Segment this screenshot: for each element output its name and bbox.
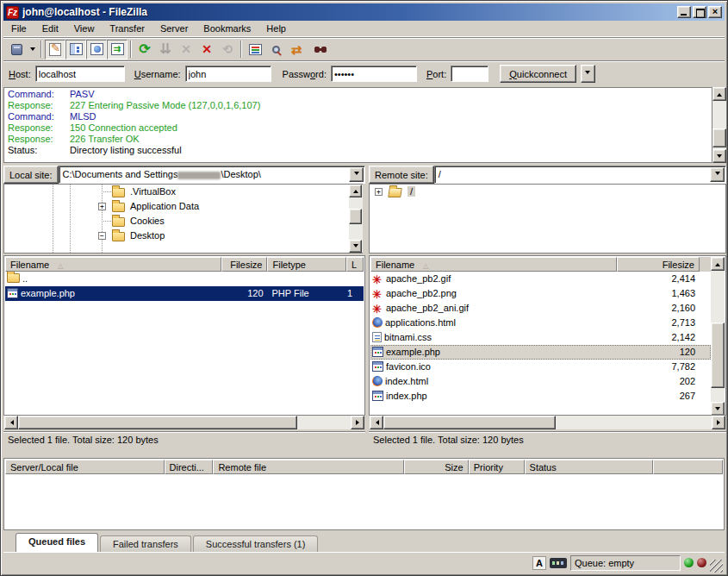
column-header[interactable]: Filename△ bbox=[5, 257, 221, 272]
scroll-thumb[interactable] bbox=[712, 128, 726, 147]
tree-item[interactable]: −Desktop bbox=[4, 229, 362, 243]
title-bar[interactable]: Fz john@localhost - FileZilla × bbox=[3, 3, 725, 21]
file-row[interactable]: .. bbox=[5, 272, 364, 286]
column-header[interactable]: Filename△ bbox=[370, 257, 617, 272]
tree-item[interactable]: .VirtualBox bbox=[4, 185, 362, 199]
toggle-local-tree-icon[interactable] bbox=[65, 40, 86, 59]
refresh-icon[interactable]: ⟳ bbox=[134, 40, 155, 59]
collapse-icon[interactable]: − bbox=[98, 232, 106, 240]
process-queue-icon[interactable]: ⇊ bbox=[155, 40, 176, 59]
file-row[interactable]: favicon.ico7,782 bbox=[370, 360, 711, 374]
local-tree[interactable]: .VirtualBox+Application DataCookies−Desk… bbox=[3, 184, 363, 254]
close-button[interactable]: × bbox=[708, 6, 722, 18]
local-file-list[interactable]: Filename△FilesizeFiletypeL ..example.php… bbox=[3, 255, 365, 416]
column-header[interactable] bbox=[653, 460, 723, 474]
filename-cell: .. bbox=[5, 272, 221, 286]
local-hscrollbar[interactable] bbox=[4, 416, 364, 429]
menu-item-view[interactable]: View bbox=[66, 22, 103, 36]
expand-icon[interactable]: + bbox=[98, 203, 106, 210]
scroll-down-icon[interactable] bbox=[349, 240, 362, 253]
site-manager-dropdown[interactable] bbox=[27, 40, 38, 59]
queue-status-text: Queue: empty bbox=[570, 555, 681, 571]
tree-item[interactable]: +/ bbox=[370, 185, 725, 199]
column-header[interactable]: Directi... bbox=[165, 460, 214, 474]
resize-grip[interactable] bbox=[710, 560, 723, 573]
scroll-up-icon[interactable] bbox=[711, 257, 725, 271]
scroll-up-icon[interactable] bbox=[712, 87, 726, 101]
transfer-queue[interactable]: Server/Local fileDirecti...Remote fileSi… bbox=[3, 458, 725, 530]
scroll-left-icon[interactable] bbox=[370, 416, 383, 429]
tab-failed-transfers[interactable]: Failed transfers bbox=[100, 535, 191, 552]
file-row[interactable]: index.html202 bbox=[370, 374, 711, 389]
compare-icon[interactable] bbox=[265, 40, 286, 59]
scroll-thumb[interactable] bbox=[349, 209, 362, 224]
file-row[interactable]: ✳apache_pb2.gif2,414 bbox=[370, 272, 711, 286]
tree-item[interactable]: Cookies bbox=[4, 214, 362, 229]
local-tree-scrollbar[interactable] bbox=[349, 185, 363, 253]
scroll-right-icon[interactable] bbox=[351, 416, 364, 429]
filter-icon[interactable] bbox=[245, 40, 265, 59]
scroll-down-icon[interactable] bbox=[711, 402, 725, 416]
quickconnect-dropdown[interactable] bbox=[581, 65, 595, 83]
menu-item-transfer[interactable]: Transfer bbox=[102, 22, 152, 36]
file-row[interactable]: example.php120PHP File1 bbox=[5, 286, 364, 301]
quickconnect-button[interactable]: Quickconnect bbox=[500, 65, 576, 83]
remote-list-scrollbar[interactable] bbox=[711, 257, 725, 416]
combo-dropdown-icon[interactable] bbox=[710, 167, 725, 182]
scroll-thumb[interactable] bbox=[383, 416, 556, 429]
scroll-thumb[interactable] bbox=[711, 322, 725, 388]
column-header[interactable]: Filesize bbox=[617, 257, 700, 272]
remote-file-list[interactable]: Filename△Filesize ✳apache_pb2.gif2,414✳a… bbox=[369, 255, 726, 416]
column-header[interactable]: Size bbox=[404, 460, 469, 474]
username-input[interactable] bbox=[185, 66, 271, 82]
site-manager-icon[interactable] bbox=[6, 40, 27, 59]
column-header[interactable]: Priority bbox=[469, 460, 525, 474]
expand-icon[interactable]: + bbox=[375, 188, 383, 196]
column-header[interactable]: Remote file bbox=[213, 460, 403, 474]
column-header[interactable]: Server/Local file bbox=[5, 460, 165, 474]
port-input[interactable] bbox=[451, 66, 488, 82]
search-icon[interactable] bbox=[307, 40, 327, 59]
tab-successful-transfers-1-[interactable]: Successful transfers (1) bbox=[193, 535, 319, 552]
scroll-right-icon[interactable] bbox=[712, 416, 725, 429]
column-header[interactable]: L bbox=[346, 257, 364, 272]
toggle-message-log-icon[interactable]: ✎ bbox=[45, 40, 65, 59]
menu-item-help[interactable]: Help bbox=[258, 22, 294, 36]
file-row[interactable]: ✳apache_pb2.png1,463 bbox=[370, 286, 711, 301]
remote-tree[interactable]: +/ bbox=[369, 184, 726, 254]
scroll-up-icon[interactable] bbox=[349, 185, 362, 197]
combo-dropdown-icon[interactable] bbox=[349, 167, 364, 182]
column-header[interactable]: Filesize bbox=[221, 257, 268, 272]
scroll-left-icon[interactable] bbox=[4, 416, 18, 429]
menu-item-bookmarks[interactable]: Bookmarks bbox=[196, 22, 258, 36]
host-input[interactable] bbox=[35, 66, 125, 82]
file-row[interactable]: bitnami.css2,142 bbox=[370, 330, 711, 345]
local-site-combo[interactable]: C:\Documents and Settings\Desktop\ bbox=[59, 166, 365, 184]
tab-queued-files[interactable]: Queued files bbox=[16, 533, 98, 552]
message-log-scrollbar[interactable] bbox=[712, 87, 726, 163]
password-input[interactable] bbox=[331, 66, 417, 82]
menu-item-server[interactable]: Server bbox=[152, 22, 196, 36]
reconnect-icon[interactable]: ⟲ bbox=[217, 40, 238, 59]
scroll-down-icon[interactable] bbox=[712, 149, 726, 163]
file-row[interactable]: ✳apache_pb2_ani.gif2,160 bbox=[370, 301, 711, 316]
cancel-icon[interactable]: ✕ bbox=[176, 40, 196, 59]
scroll-thumb[interactable] bbox=[18, 416, 297, 429]
disconnect-icon[interactable]: ✕ bbox=[196, 40, 217, 59]
menu-item-file[interactable]: File bbox=[3, 22, 34, 36]
file-row[interactable]: example.php120 bbox=[370, 345, 711, 360]
tree-item[interactable]: +Application Data bbox=[4, 199, 362, 214]
file-row[interactable]: index.php267 bbox=[370, 389, 711, 404]
column-header[interactable]: Status bbox=[525, 460, 654, 474]
remote-hscrollbar[interactable] bbox=[370, 416, 725, 429]
menu-item-edit[interactable]: Edit bbox=[34, 22, 66, 36]
toggle-queue-icon[interactable]: ⇉ bbox=[107, 40, 128, 59]
remote-site-combo[interactable]: / bbox=[434, 166, 726, 184]
file-row[interactable]: applications.html2,713 bbox=[370, 316, 711, 330]
maximize-button[interactable] bbox=[693, 6, 706, 18]
message-log[interactable]: Command:PASVResponse:227 Entering Passiv… bbox=[3, 87, 712, 163]
column-header[interactable]: Filetype bbox=[267, 257, 346, 272]
minimize-button[interactable] bbox=[677, 6, 691, 18]
toggle-remote-tree-icon[interactable] bbox=[86, 40, 107, 59]
synchronized-browsing-icon[interactable]: ⇄ bbox=[286, 40, 307, 59]
